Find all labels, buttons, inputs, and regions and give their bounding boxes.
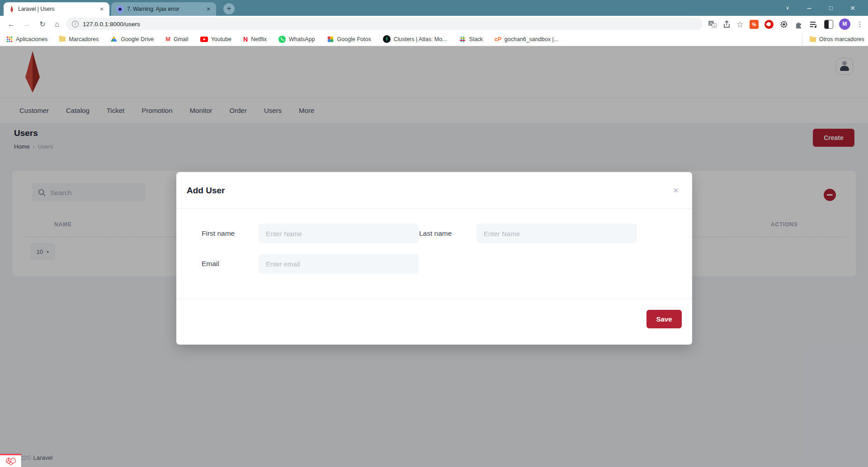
ring-favicon-icon	[117, 6, 123, 13]
extension-orange-icon[interactable]: %	[750, 20, 759, 29]
laravel-favicon-icon	[9, 5, 14, 13]
browser-window: Laravel | Users ✕ 7. Warning: Ajax error…	[0, 0, 868, 467]
address-bar[interactable]: i 127.0.0.1:8000/users	[66, 18, 703, 30]
bookmark-label: Marcadores	[69, 36, 99, 42]
restore-button[interactable]: □	[822, 0, 840, 16]
last-name-input[interactable]	[476, 224, 637, 243]
extension-red-glyph	[766, 21, 772, 27]
extension-gear-icon[interactable]	[779, 20, 788, 29]
other-bookmarks[interactable]: Otros marcadores	[802, 33, 864, 46]
search-tabs-icon[interactable]: ∨	[778, 0, 797, 16]
whatsapp-icon	[278, 36, 286, 43]
bookmark-label: Youtube	[211, 36, 231, 42]
bookmark-star-icon[interactable]: ☆	[736, 19, 744, 29]
bookmark-label: Netflix	[251, 36, 267, 42]
tab-title: 7. Warning: Ajax error	[127, 6, 202, 12]
tab-close-icon[interactable]: ✕	[204, 5, 212, 13]
cpanel-icon: cP	[495, 36, 501, 42]
modal-footer	[176, 299, 692, 345]
tab-ajax-error[interactable]: 7. Warning: Ajax error ✕	[111, 2, 216, 16]
tab-laravel-users[interactable]: Laravel | Users ✕	[4, 2, 109, 16]
forward-button[interactable]: →	[21, 19, 33, 30]
first-name-input[interactable]	[259, 224, 419, 243]
bookmark-label: Aplicaciones	[16, 36, 47, 42]
laravel-debugbar-button[interactable]	[0, 454, 21, 467]
toolbar-right-cluster: Aa ☆ % M ⋮	[708, 16, 863, 33]
bookmark-label: Clusters | Atlas: Mo...	[394, 36, 447, 42]
back-button[interactable]: ←	[5, 19, 17, 30]
modal-header: Add User ✕	[176, 172, 692, 209]
tab-close-icon[interactable]: ✕	[98, 5, 106, 13]
url-text: 127.0.0.1:8000/users	[83, 21, 140, 28]
bookmark-mongodb-atlas[interactable]: Clusters | Atlas: Mo...	[383, 35, 447, 43]
bookmark-whatsapp[interactable]: WhatsApp	[278, 36, 315, 43]
bookmark-google-fotos[interactable]: Google Fotos	[327, 36, 371, 43]
playlist-icon[interactable]	[809, 20, 818, 29]
extension-red-icon[interactable]	[764, 20, 774, 29]
first-name-label: First name	[202, 229, 235, 238]
browser-toolbar: ← → ↻ ⌂ i 127.0.0.1:8000/users Aa ☆ % M …	[0, 16, 868, 33]
dark-mode-extension-icon[interactable]	[824, 20, 833, 29]
reload-button[interactable]: ↻	[37, 19, 48, 30]
laravel-logo-icon	[5, 457, 16, 467]
home-button[interactable]: ⌂	[51, 19, 63, 30]
browser-menu-icon[interactable]: ⋮	[856, 20, 863, 28]
google-photos-icon	[327, 36, 334, 43]
bookmarks-bar: Aplicaciones Marcadores Google Drive M G…	[0, 33, 868, 46]
gmail-icon: M	[165, 36, 170, 42]
email-label: Email	[202, 260, 219, 268]
bookmark-label: Google Fotos	[337, 36, 371, 42]
translate-icon[interactable]: Aa	[708, 20, 717, 29]
tab-title: Laravel | Users	[18, 6, 95, 12]
modal-title: Add User	[187, 172, 225, 209]
modal-close-icon[interactable]: ✕	[670, 185, 681, 196]
bookmark-marcadores[interactable]: Marcadores	[59, 36, 99, 42]
last-name-label: Last name	[419, 229, 452, 238]
bookmark-label: gochan6_sandbox |...	[505, 36, 558, 42]
add-user-modal: Add User ✕ First name Last name Email Sa…	[176, 172, 692, 345]
close-button[interactable]: ✕	[844, 0, 862, 16]
bookmark-label: Slack	[469, 36, 483, 42]
slack-icon	[459, 36, 466, 43]
save-button[interactable]: Save	[646, 310, 682, 328]
bookmark-cpanel-sandbox[interactable]: cP gochan6_sandbox |...	[495, 36, 558, 42]
bookmark-label: Gmail	[174, 36, 189, 42]
bookmark-gmail[interactable]: M Gmail	[165, 36, 189, 42]
minimize-button[interactable]: –	[800, 0, 818, 16]
bookmark-youtube[interactable]: Youtube	[200, 36, 231, 42]
bookmark-slack[interactable]: Slack	[459, 36, 483, 43]
bookmark-label: Google Drive	[121, 36, 154, 42]
site-info-icon[interactable]: i	[72, 21, 79, 28]
email-input[interactable]	[259, 254, 419, 274]
apps-grid-icon	[6, 36, 13, 42]
page-viewport: Customer Catalog Ticket Promotion Monito…	[0, 46, 868, 467]
youtube-icon	[200, 37, 208, 42]
extensions-puzzle-icon[interactable]	[794, 20, 803, 29]
folder-icon	[59, 37, 66, 42]
profile-avatar[interactable]: M	[839, 19, 850, 30]
tab-strip: Laravel | Users ✕ 7. Warning: Ajax error…	[0, 0, 868, 16]
new-tab-button[interactable]: +	[223, 3, 235, 14]
folder-icon	[810, 37, 816, 42]
other-bookmarks-label: Otros marcadores	[819, 36, 864, 42]
bookmark-apps[interactable]: Aplicaciones	[6, 36, 47, 42]
netflix-icon: N	[243, 36, 248, 43]
bookmark-label: WhatsApp	[289, 36, 315, 42]
bookmark-google-drive[interactable]: Google Drive	[110, 36, 154, 42]
drive-icon	[110, 36, 118, 42]
bookmark-netflix[interactable]: N Netflix	[243, 36, 267, 43]
mongodb-icon	[383, 35, 391, 43]
share-icon[interactable]	[723, 20, 731, 28]
